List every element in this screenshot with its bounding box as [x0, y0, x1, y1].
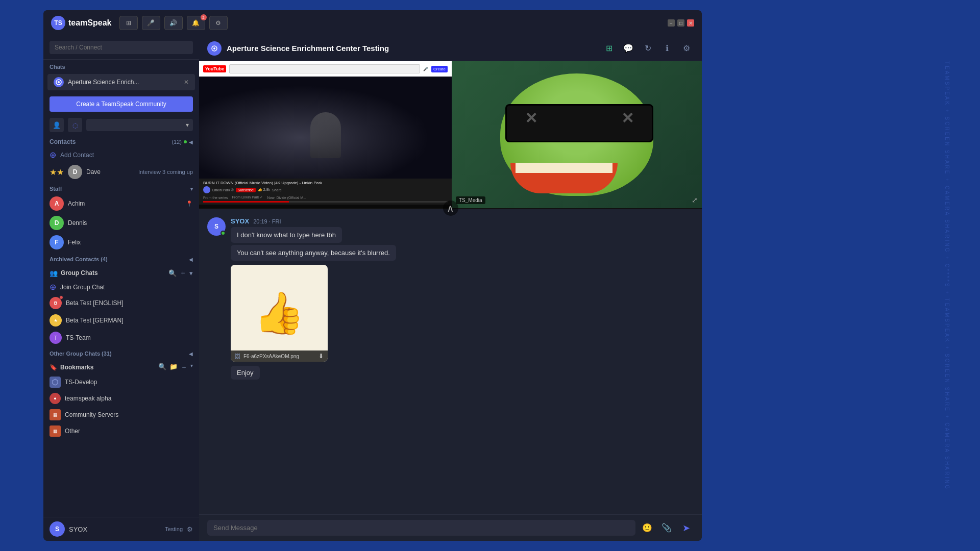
mic-icon: 🎤: [147, 19, 155, 27]
yt-create-btn[interactable]: Create: [431, 66, 448, 72]
maximize-button[interactable]: □: [677, 19, 684, 27]
message-content-syox: SYOX 20:19 · FRI I don't know what to ty…: [231, 217, 694, 380]
loading-btn[interactable]: ◌: [68, 118, 82, 132]
emoji-btn[interactable]: 🙂: [640, 520, 655, 536]
yt-video-title: BURN IT DOWN (Official Music Video) [4K …: [203, 181, 448, 185]
user-dropdown[interactable]: ▾: [86, 119, 193, 131]
chat-area: Aperture Science Enrichment Center Testi…: [199, 36, 702, 541]
bookmark-icon-ts-alpha: ●: [50, 393, 61, 404]
contact-item-dennis[interactable]: D Dennis: [43, 213, 199, 233]
ts-logo-icon: TS: [51, 16, 65, 30]
minimize-button[interactable]: −: [668, 19, 675, 27]
search-groups-btn[interactable]: 🔍: [168, 269, 177, 277]
folder-bookmarks-btn[interactable]: 📁: [169, 363, 178, 372]
chats-section-label: Chats: [43, 60, 199, 72]
mic-btn[interactable]: 🎤: [142, 16, 160, 30]
group-chevron-icon[interactable]: ▾: [189, 269, 193, 277]
close-button[interactable]: ✕: [687, 19, 694, 27]
contacts-arrow-icon[interactable]: ◀: [189, 139, 193, 145]
title-bar: TS teamSpeak ⊞ 🎤 🔊 🔔 2: [43, 10, 702, 36]
bookmarks-header: 🔖 Bookmarks 🔍 📁 ＋ ▾: [43, 359, 199, 374]
group-item-beta-de[interactable]: ★ Beta Test [GERMAN]: [43, 312, 199, 329]
contact-item-dave[interactable]: ★★ D Dave Interview 3 coming up: [43, 162, 199, 182]
message-avatar-syox: S: [207, 217, 226, 236]
video-frame: [199, 77, 452, 179]
screen-share-btn[interactable]: ⊞: [119, 16, 138, 30]
bookmark-ts-alpha[interactable]: ● teamspeak alpha: [43, 390, 199, 407]
staff-label: Staff: [50, 186, 62, 192]
bg-watermark: TEAMSPEAK + SCREEN SHARE + CAMERA SHARIN…: [932, 0, 962, 551]
paperclip-icon: 📎: [662, 523, 672, 533]
rotate-action-btn[interactable]: ↻: [641, 41, 655, 56]
download-icon[interactable]: ⬇: [318, 353, 324, 360]
search-input[interactable]: [50, 41, 193, 54]
contacts-label: Contacts: [50, 138, 76, 145]
yt-from-series: From the series From Linkin Park ✓ Now: …: [203, 195, 448, 199]
join-group-chat[interactable]: ⊕ Join Group Chat: [43, 280, 199, 294]
emoji-image: 👍: [231, 265, 328, 362]
star-icon-dave: ★★: [50, 167, 64, 177]
group-avatar-ts-team: T: [50, 332, 62, 344]
create-community-button[interactable]: Create a TeamSpeak Community: [50, 96, 193, 112]
message-input[interactable]: [207, 520, 635, 536]
chat-action-btn[interactable]: 💬: [621, 41, 635, 56]
expand-icon[interactable]: ⤢: [692, 196, 698, 204]
yt-search-bar: [229, 64, 420, 73]
footer-avatar: S: [50, 521, 65, 537]
channel-close-btn[interactable]: ✕: [184, 79, 189, 86]
group-chats-actions: 🔍 ＋ ▾: [168, 268, 193, 278]
yt-logo: YouTube: [203, 65, 226, 72]
watermark-text: TEAMSPEAK + SCREEN SHARE + CAMERA SHARIN…: [944, 61, 950, 490]
settings-action-btn[interactable]: ⚙: [679, 41, 694, 56]
archived-section[interactable]: Archived Contacts (4) ◀: [43, 252, 199, 264]
contact-status-dave: Interview 3 coming up: [138, 169, 193, 175]
bookmark-other[interactable]: ▦ Other: [43, 423, 199, 439]
notification-badge: 2: [201, 14, 207, 20]
screen-share-action-btn[interactable]: ⊞: [602, 41, 616, 56]
user-icon-btn[interactable]: 👤: [50, 118, 64, 132]
bookmark-ts-develop[interactable]: TS-Develop: [43, 374, 199, 390]
bookmarks-left: 🔖 Bookmarks: [50, 364, 93, 371]
chat-header-left: Aperture Science Enrichment Center Testi…: [207, 41, 389, 56]
yt-mic-btn[interactable]: 🎤: [423, 67, 428, 71]
message-username-syox: SYOX: [231, 217, 249, 225]
staff-section[interactable]: Staff ▾: [43, 182, 199, 194]
contact-item-achim[interactable]: A Achim 📍: [43, 194, 199, 213]
image-filename: F6-a6zPXsAAkeOM.png: [243, 354, 315, 359]
toolbar: ⊞ 🎤 🔊 🔔 2 ⚙: [119, 16, 228, 30]
app-window: TS teamSpeak ⊞ 🎤 🔊 🔔 2: [43, 10, 702, 541]
search-bookmarks-btn[interactable]: 🔍: [158, 363, 166, 372]
collapse-video-btn[interactable]: ∧: [443, 201, 458, 216]
contact-name-dennis: Dennis: [68, 219, 193, 227]
footer-settings-icon[interactable]: ⚙: [187, 525, 193, 533]
bookmark-icon: 🔖: [50, 364, 57, 371]
group-item-ts-team[interactable]: T TS-Team: [43, 329, 199, 346]
other-groups-arrow-icon: ◀: [189, 351, 193, 357]
send-button[interactable]: ➤: [678, 520, 694, 536]
attach-btn[interactable]: 📎: [659, 520, 674, 536]
add-group-btn[interactable]: ＋: [180, 268, 186, 278]
group-item-beta-en[interactable]: B Beta Test [ENGLISH]: [43, 294, 199, 312]
add-bookmark-btn[interactable]: ＋: [181, 363, 187, 372]
active-channel[interactable]: Aperture Science Enrich... ✕: [47, 74, 195, 90]
yt-subscribe-btn[interactable]: Subscribe: [236, 188, 256, 192]
contact-item-felix[interactable]: F Felix: [43, 233, 199, 252]
other-group-chats-section[interactable]: Other Group Chats (31) ◀: [43, 346, 199, 359]
archived-arrow-icon: ◀: [189, 257, 193, 262]
info-action-btn[interactable]: ℹ: [660, 41, 674, 56]
notification-btn[interactable]: 🔔 2: [187, 16, 205, 30]
speaker-btn[interactable]: 🔊: [164, 16, 183, 30]
chat-header-title: Aperture Science Enrichment Center Testi…: [227, 44, 389, 53]
group-avatar-beta-en: B: [50, 297, 62, 309]
svg-marker-2: [53, 379, 58, 385]
avatar-achim: A: [50, 196, 64, 211]
svg-point-1: [58, 81, 60, 83]
yt-progress-bar-container: [203, 201, 448, 203]
settings-btn[interactable]: ⚙: [209, 16, 228, 30]
bookmark-community[interactable]: ▦ Community Servers: [43, 407, 199, 423]
bookmark-chevron-icon[interactable]: ▾: [190, 363, 193, 372]
message-header-syox: SYOX 20:19 · FRI: [231, 217, 694, 225]
contacts-header: Contacts (12) ◀: [43, 134, 199, 147]
add-contact[interactable]: ⊕ Add Contact: [43, 147, 199, 162]
chevron-down-icon: ▾: [186, 121, 189, 129]
